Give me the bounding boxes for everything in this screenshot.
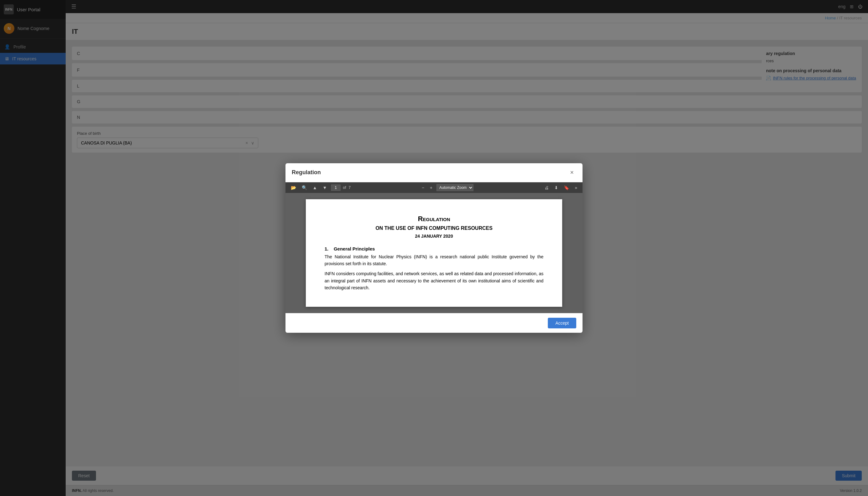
pdf-zoom-in[interactable]: + bbox=[428, 185, 434, 191]
pdf-para1: The National Institute for Nuclear Physi… bbox=[325, 253, 543, 267]
modal-header: Regulation × bbox=[285, 163, 583, 182]
pdf-date: 24 JANUARY 2020 bbox=[325, 234, 543, 238]
pdf-toolbar: 📂 🔍 ▲ ▼ of 7 − + Automatic Zoom 🖨 ⬇ 🔖 » bbox=[285, 182, 583, 193]
pdf-heading: Regulation bbox=[325, 215, 543, 223]
pdf-print-icon[interactable]: 🖨 bbox=[543, 185, 550, 191]
modal-title: Regulation bbox=[292, 169, 321, 176]
modal-body: 📂 🔍 ▲ ▼ of 7 − + Automatic Zoom 🖨 ⬇ 🔖 » bbox=[285, 182, 583, 313]
modal-overlay[interactable]: Regulation × 📂 🔍 ▲ ▼ of 7 − + Automatic … bbox=[0, 0, 868, 496]
pdf-open-icon[interactable]: 📂 bbox=[289, 185, 298, 191]
pdf-prev-page[interactable]: ▲ bbox=[311, 185, 319, 191]
accept-button[interactable]: Accept bbox=[548, 318, 576, 328]
modal-footer: Accept bbox=[285, 313, 583, 333]
pdf-download-icon[interactable]: ⬇ bbox=[553, 185, 560, 191]
pdf-zoom-select[interactable]: Automatic Zoom bbox=[437, 184, 473, 191]
modal-close-button[interactable]: × bbox=[568, 168, 576, 177]
pdf-page-of: of bbox=[343, 185, 346, 190]
pdf-content: Regulation ON THE USE OF INFN COMPUTING … bbox=[285, 193, 583, 313]
pdf-page: Regulation ON THE USE OF INFN COMPUTING … bbox=[306, 199, 562, 307]
pdf-search-icon[interactable]: 🔍 bbox=[300, 185, 309, 191]
pdf-page-total: 7 bbox=[349, 185, 351, 190]
pdf-page-current[interactable] bbox=[331, 185, 341, 191]
pdf-subheading: ON THE USE OF INFN COMPUTING RESOURCES bbox=[325, 226, 543, 231]
pdf-next-page[interactable]: ▼ bbox=[321, 185, 329, 191]
regulation-modal: Regulation × 📂 🔍 ▲ ▼ of 7 − + Automatic … bbox=[285, 163, 583, 333]
pdf-zoom-out[interactable]: − bbox=[420, 185, 426, 191]
pdf-section1-num: 1. General Principles bbox=[325, 246, 543, 251]
pdf-more-icon[interactable]: » bbox=[573, 185, 579, 191]
pdf-bookmark-icon[interactable]: 🔖 bbox=[562, 185, 571, 191]
pdf-para2: INFN considers computing facilities, and… bbox=[325, 270, 543, 291]
